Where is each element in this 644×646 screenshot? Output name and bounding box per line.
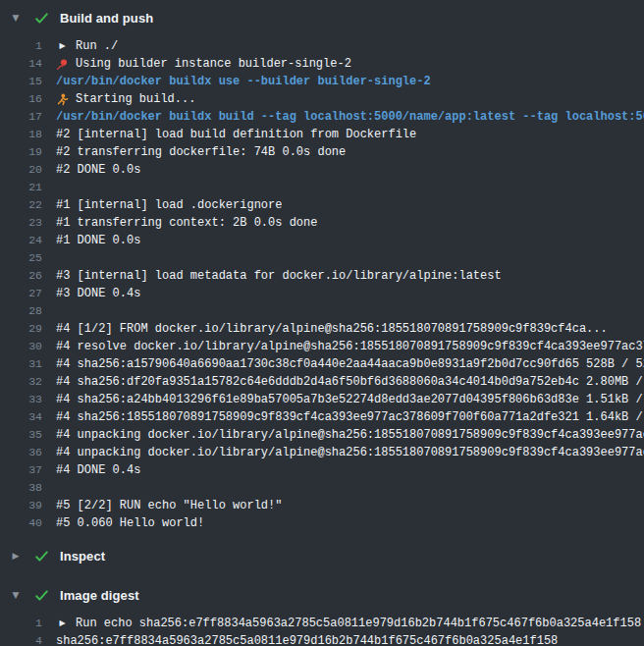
line-number[interactable]: 4: [0, 632, 42, 646]
line-content: #4 unpacking docker.io/library/alpine@sh…: [56, 444, 644, 461]
chevron-down-icon[interactable]: ▼: [10, 591, 22, 600]
line-text: #3 DONE 0.4s: [56, 285, 140, 302]
log-line: 21: [0, 179, 644, 196]
success-check-icon: [34, 549, 49, 564]
line-number[interactable]: 27: [0, 285, 42, 302]
line-content: Using builder instance builder-single-2: [56, 55, 644, 73]
line-text: #4 sha256:a15790640a6690aa1730c38cf0a440…: [56, 355, 644, 373]
log-line: 4sha256:e7ff8834a5963a2785c5a0811e979d16…: [0, 632, 644, 646]
line-number[interactable]: 39: [0, 497, 42, 514]
line-text: #4 unpacking docker.io/library/alpine@sh…: [56, 444, 644, 461]
line-number[interactable]: 24: [0, 232, 42, 249]
line-number[interactable]: 14: [0, 55, 42, 73]
log-line: 35#4 unpacking docker.io/library/alpine@…: [0, 426, 644, 444]
section-title: Build and push: [60, 11, 153, 26]
line-content: #2 transferring dockerfile: 74B 0.0s don…: [56, 143, 644, 161]
line-content: #5 [2/2] RUN echo "Hello world!": [56, 497, 644, 514]
log-line: 31#4 sha256:a15790640a6690aa1730c38cf0a4…: [0, 355, 644, 373]
log-line: 39#5 [2/2] RUN echo "Hello world!": [0, 497, 644, 514]
chevron-right-icon[interactable]: ▶: [10, 552, 22, 561]
line-number[interactable]: 1: [0, 37, 42, 55]
line-content: #3 [internal] load metadata for docker.i…: [56, 267, 644, 285]
line-content: /usr/bin/docker buildx build --tag local…: [56, 108, 644, 126]
log-line: 37#4 DONE 0.4s: [0, 461, 644, 479]
run-toggle-arrow-icon[interactable]: ▶: [56, 40, 69, 53]
log-line: 30#4 resolve docker.io/library/alpine@sh…: [0, 338, 644, 355]
log-line: 38: [0, 479, 644, 497]
line-content: #1 [internal] load .dockerignore: [56, 196, 644, 214]
log-section-inspect: ▶Inspect: [0, 542, 644, 569]
line-content: #2 [internal] load build definition from…: [56, 126, 644, 143]
line-content: ▶Run echo sha256:e7ff8834a5963a2785c5a08…: [56, 615, 644, 632]
line-number[interactable]: 35: [0, 426, 42, 444]
line-number[interactable]: 23: [0, 214, 42, 232]
section-log-lines: 1▶Run echo sha256:e7ff8834a5963a2785c5a0…: [0, 609, 644, 646]
line-number[interactable]: 31: [0, 355, 42, 373]
log-line: 15/usr/bin/docker buildx use --builder b…: [0, 73, 644, 90]
line-number[interactable]: 21: [0, 179, 42, 196]
log-line: 19#2 transferring dockerfile: 74B 0.0s d…: [0, 143, 644, 161]
line-number[interactable]: 25: [0, 249, 42, 267]
line-content: #5 0.060 Hello world!: [56, 514, 644, 532]
actions-log-viewer: ▼Build and push1▶Run ./14Using builder i…: [0, 0, 644, 646]
line-text: /usr/bin/docker buildx build --tag local…: [56, 108, 644, 126]
line-number[interactable]: 37: [0, 461, 42, 479]
line-text: Using builder instance builder-single-2: [76, 55, 351, 73]
log-line: 32#4 sha256:df20fa9351a15782c64e6dddb2d4…: [0, 373, 644, 391]
line-content: #4 DONE 0.4s: [56, 461, 644, 479]
line-number[interactable]: 1: [0, 615, 42, 632]
log-line: 24#1 DONE 0.0s: [0, 232, 644, 249]
log-line: 28: [0, 302, 644, 320]
runner-icon: [56, 93, 69, 106]
chevron-down-icon[interactable]: ▼: [10, 14, 22, 23]
line-number[interactable]: 40: [0, 514, 42, 532]
section-log-lines: 1▶Run ./14Using builder instance builder…: [0, 31, 644, 542]
line-text: #4 [1/2] FROM docker.io/library/alpine@s…: [56, 320, 608, 338]
line-content: [56, 179, 644, 196]
section-header-build-and-push[interactable]: ▼Build and push: [0, 4, 644, 31]
line-number[interactable]: 36: [0, 444, 42, 461]
section-header-inspect[interactable]: ▶Inspect: [0, 542, 644, 569]
line-number[interactable]: 15: [0, 73, 42, 90]
log-line: 23#1 transferring context: 2B 0.0s done: [0, 214, 644, 232]
line-text: #2 [internal] load build definition from…: [56, 126, 416, 143]
line-text: #3 [internal] load metadata for docker.i…: [56, 267, 502, 285]
line-number[interactable]: 28: [0, 302, 42, 320]
line-number[interactable]: 34: [0, 408, 42, 426]
line-content: sha256:e7ff8834a5963a2785c5a0811e979d16b…: [56, 632, 644, 646]
log-line: 16Starting build...: [0, 90, 644, 108]
log-section-build-and-push: ▼Build and push1▶Run ./14Using builder i…: [0, 4, 644, 542]
log-line: 22#1 [internal] load .dockerignore: [0, 196, 644, 214]
line-text: #4 unpacking docker.io/library/alpine@sh…: [56, 426, 644, 444]
line-number[interactable]: 26: [0, 267, 42, 285]
success-check-icon: [34, 11, 49, 26]
line-number[interactable]: 22: [0, 196, 42, 214]
line-number[interactable]: 17: [0, 108, 42, 126]
line-number[interactable]: 30: [0, 338, 42, 355]
line-content: [56, 479, 644, 497]
log-line: 40#5 0.060 Hello world!: [0, 514, 644, 532]
line-text: Starting build...: [76, 90, 195, 108]
line-number[interactable]: 32: [0, 373, 42, 391]
log-line: 18#2 [internal] load build definition fr…: [0, 126, 644, 143]
line-number[interactable]: 29: [0, 320, 42, 338]
log-line: 26#3 [internal] load metadata for docker…: [0, 267, 644, 285]
run-toggle-arrow-icon[interactable]: ▶: [56, 618, 69, 630]
log-line: 33#4 sha256:a24bb4013296f61e89ba57005a7b…: [0, 391, 644, 408]
section-header-image-digest[interactable]: ▼Image digest: [0, 581, 644, 609]
line-content: [56, 249, 644, 267]
line-number[interactable]: 18: [0, 126, 42, 143]
line-content: #1 transferring context: 2B 0.0s done: [56, 214, 644, 232]
line-number[interactable]: 16: [0, 90, 42, 108]
line-number[interactable]: 20: [0, 161, 42, 179]
log-line: 27#3 DONE 0.4s: [0, 285, 644, 302]
line-text: #1 [internal] load .dockerignore: [56, 196, 282, 214]
line-text: #1 transferring context: 2B 0.0s done: [56, 214, 317, 232]
line-number[interactable]: 38: [0, 479, 42, 497]
line-text: #4 DONE 0.4s: [56, 461, 140, 479]
line-number[interactable]: 19: [0, 143, 42, 161]
line-content: #4 unpacking docker.io/library/alpine@sh…: [56, 426, 644, 444]
success-check-icon: [34, 588, 49, 603]
line-number[interactable]: 33: [0, 391, 42, 408]
log-line: 34#4 sha256:185518070891758909c9f839cf4c…: [0, 408, 644, 426]
